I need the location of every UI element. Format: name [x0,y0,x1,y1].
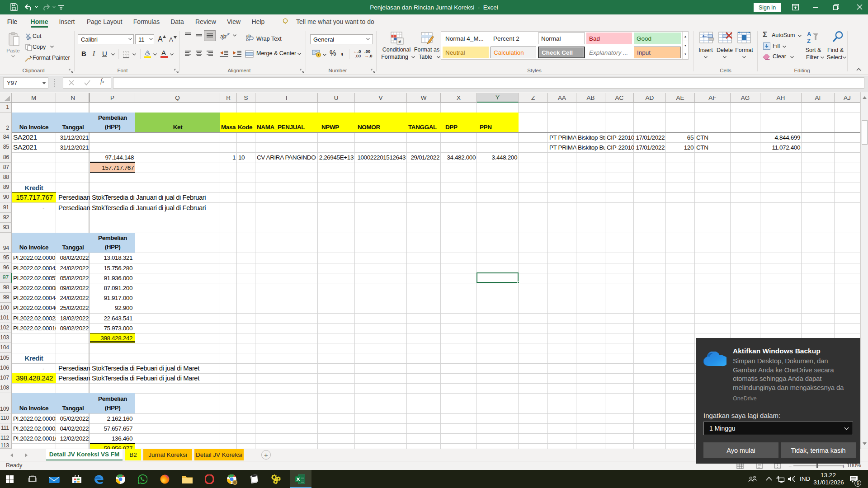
svg-text:Z: Z [807,38,811,44]
svg-text:A: A [807,31,811,38]
svg-text:≠: ≠ [398,39,401,44]
svg-text:c: c [246,37,248,42]
